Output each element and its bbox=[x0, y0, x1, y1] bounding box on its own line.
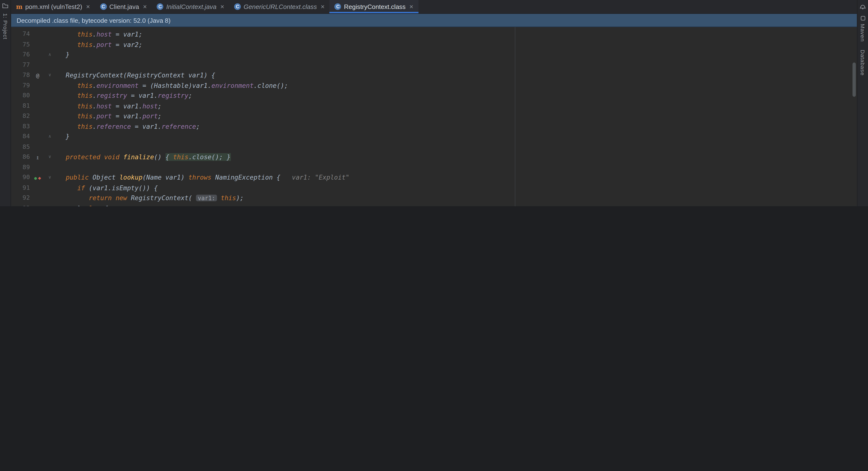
java-class-icon: C bbox=[157, 3, 163, 10]
line-number[interactable]: 76 bbox=[11, 50, 30, 60]
line-number[interactable]: 93 bbox=[11, 203, 30, 206]
project-icon[interactable] bbox=[2, 3, 8, 9]
line-number[interactable]: 83 bbox=[11, 122, 30, 132]
code-text: } else { bbox=[54, 204, 108, 206]
line-number[interactable]: 81 bbox=[11, 101, 30, 111]
code-text: } bbox=[54, 51, 69, 59]
implement-marker-icon[interactable]: ● bbox=[34, 176, 37, 181]
code-text: RegistryContext(RegistryContext var1) { bbox=[54, 71, 215, 79]
line-number[interactable]: 80 bbox=[11, 91, 30, 101]
right-margin-guide bbox=[515, 27, 516, 206]
code-text: this.host = var1.host; bbox=[54, 102, 162, 110]
main-area: mpom.xml (vulnTest2)×CClient.java×CIniti… bbox=[11, 0, 857, 206]
code-line: 83 this.reference = var1.reference; bbox=[11, 122, 857, 132]
code-line: 79 this.environment = (Hashtable)var1.en… bbox=[11, 80, 857, 91]
code-line: 93 } else { bbox=[11, 203, 857, 206]
override-marker-icon[interactable]: ↥ bbox=[36, 155, 39, 161]
tab-label: InitialContext.java bbox=[166, 3, 216, 10]
code-text: this.port = var2; bbox=[54, 41, 143, 48]
tab-label: RegistryContext.class bbox=[344, 3, 406, 10]
close-icon[interactable]: × bbox=[409, 3, 413, 10]
code-text: protected void finalize() { this.close()… bbox=[54, 153, 231, 161]
code-text: this.port = var1.port; bbox=[54, 112, 162, 120]
notifications-bell-icon[interactable] bbox=[860, 3, 866, 9]
banner-text: Decompiled .class file, bytecode version… bbox=[17, 17, 170, 24]
screen-scaler: 1: Project 7: Structure MavenDatabase mp… bbox=[0, 0, 868, 206]
gutter-icons[interactable]: ●◆ bbox=[30, 173, 45, 184]
fold-marker-icon[interactable]: ∧ bbox=[45, 50, 54, 60]
code-line: 90●◆∨ public Object lookup(Name var1) th… bbox=[11, 173, 857, 183]
left-tool-strip: 1: Project 7: Structure bbox=[0, 0, 11, 206]
scrollbar-thumb[interactable] bbox=[852, 62, 856, 97]
editor-tab[interactable]: CRegistryContext.class× bbox=[330, 0, 418, 13]
toolwindow-button-maven[interactable]: Maven bbox=[860, 24, 866, 42]
code-text: if (var1.isEmpty()) { bbox=[54, 184, 158, 192]
code-text: this.environment = (Hashtable)var1.envir… bbox=[54, 81, 288, 89]
close-icon[interactable]: × bbox=[220, 3, 224, 10]
line-number[interactable]: 91 bbox=[11, 183, 30, 193]
line-number[interactable]: 75 bbox=[11, 39, 30, 49]
tab-label: GenericURLContext.class bbox=[244, 3, 317, 10]
toolwindow-button-project[interactable]: 1: Project bbox=[2, 13, 8, 39]
java-class-icon: C bbox=[234, 3, 241, 10]
maven-icon: m bbox=[16, 3, 23, 10]
line-number[interactable]: 78 bbox=[11, 70, 30, 80]
code-line: 91 if (var1.isEmpty()) { bbox=[11, 183, 857, 193]
fold-marker-icon[interactable]: ∨ bbox=[45, 70, 54, 80]
code-line: 81 this.host = var1.host; bbox=[11, 101, 857, 111]
annotation-marker-icon: @ bbox=[36, 72, 39, 78]
code-text: this.reference = var1.reference; bbox=[54, 123, 200, 130]
fold-marker-icon[interactable]: ∨ bbox=[45, 152, 54, 162]
line-number[interactable]: 92 bbox=[11, 193, 30, 203]
gutter-icons[interactable]: ↥ bbox=[30, 152, 45, 163]
line-number[interactable]: 89 bbox=[11, 162, 30, 173]
code-text: this.host = var1; bbox=[54, 31, 143, 38]
editor-tab-bar: mpom.xml (vulnTest2)×CClient.java×CIniti… bbox=[11, 0, 857, 14]
code-line: 84∧ } bbox=[11, 132, 857, 142]
line-number[interactable]: 77 bbox=[11, 60, 30, 70]
java-class-icon: C bbox=[100, 3, 106, 10]
code-text: public Object lookup(Name var1) throws N… bbox=[54, 174, 349, 181]
close-icon[interactable]: × bbox=[86, 3, 90, 10]
code-line: 89 bbox=[11, 162, 857, 173]
code-editor[interactable]: 74 this.host = var1;75 this.port = var2;… bbox=[11, 27, 857, 206]
fold-marker-icon[interactable]: ∨ bbox=[45, 173, 54, 183]
gutter-icons[interactable]: @ bbox=[30, 70, 45, 81]
code-line: 85 bbox=[11, 142, 857, 152]
editor-tab[interactable]: mpom.xml (vulnTest2)× bbox=[11, 0, 95, 13]
code-line: 76∧ } bbox=[11, 50, 857, 60]
line-number[interactable]: 90 bbox=[11, 173, 30, 183]
toolwindow-button-database[interactable]: Database bbox=[860, 49, 866, 75]
code-line: 92 return new RegistryContext( var1: thi… bbox=[11, 193, 857, 203]
close-icon[interactable]: × bbox=[321, 3, 325, 10]
line-number[interactable]: 85 bbox=[11, 142, 30, 152]
editor-tab[interactable]: CGenericURLContext.class× bbox=[229, 0, 330, 13]
maven-toolwindow-icon bbox=[861, 16, 865, 20]
line-number[interactable]: 84 bbox=[11, 132, 30, 142]
java-class-icon: C bbox=[335, 3, 341, 10]
code-text: return new RegistryContext( var1: this); bbox=[54, 194, 244, 202]
code-line: 75 this.port = var2; bbox=[11, 39, 857, 49]
tab-label: pom.xml (vulnTest2) bbox=[25, 3, 82, 10]
decompiled-banner: Decompiled .class file, bytecode version… bbox=[11, 14, 857, 27]
fold-marker-icon[interactable]: ∧ bbox=[45, 132, 54, 142]
ide-window: 1: Project 7: Structure MavenDatabase mp… bbox=[0, 0, 868, 206]
close-icon[interactable]: × bbox=[143, 3, 147, 10]
line-number[interactable]: 74 bbox=[11, 29, 30, 39]
right-strip-labels: MavenDatabase bbox=[860, 24, 866, 75]
code-line: 86↥∨ protected void finalize() { this.cl… bbox=[11, 152, 857, 162]
code-line: 80 this.registry = var1.registry; bbox=[11, 91, 857, 101]
line-number[interactable]: 79 bbox=[11, 80, 30, 91]
editor-tab[interactable]: CInitialContext.java× bbox=[152, 0, 229, 13]
code-line: 74 this.host = var1; bbox=[11, 29, 857, 39]
editor-scrollbar[interactable] bbox=[852, 27, 856, 206]
line-number[interactable]: 82 bbox=[11, 111, 30, 121]
line-number[interactable]: 86 bbox=[11, 152, 30, 162]
marker-diamond-icon[interactable]: ◆ bbox=[38, 175, 41, 181]
code-text: this.registry = var1.registry; bbox=[54, 92, 192, 99]
editor-tab[interactable]: CClient.java× bbox=[95, 0, 152, 13]
tab-label: Client.java bbox=[109, 3, 139, 10]
code-lines: 74 this.host = var1;75 this.port = var2;… bbox=[11, 29, 857, 206]
right-tool-strip: MavenDatabase bbox=[857, 0, 868, 206]
code-text: } bbox=[54, 133, 69, 141]
